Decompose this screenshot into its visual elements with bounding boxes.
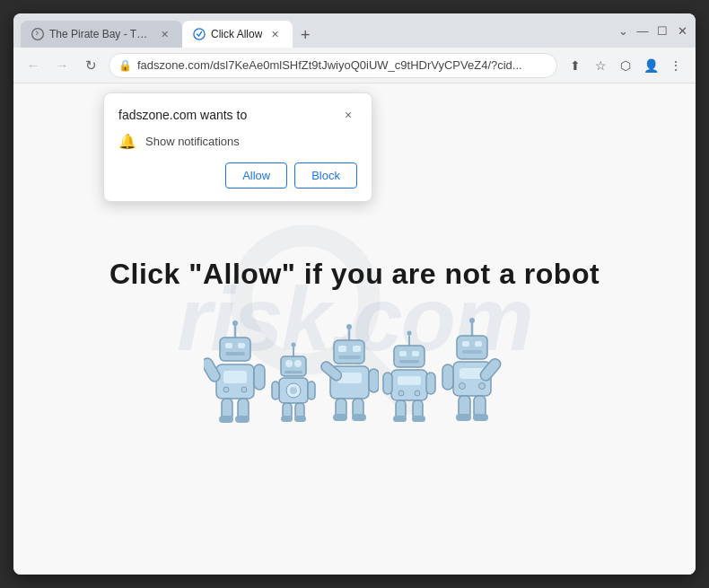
popup-header: fadszone.com wants to ×	[118, 106, 357, 124]
svg-point-72	[460, 383, 466, 390]
tabs-area: The Pirate Bay - The galaxy's mo... ✕ Cl…	[21, 13, 609, 48]
svg-point-12	[241, 387, 247, 392]
svg-rect-37	[338, 346, 346, 352]
address-bar: ← → ↻ 🔒 fadszone.com/dsl7KeAe0mlSHfZt9tJ…	[13, 48, 696, 83]
bell-icon: 🔔	[118, 133, 136, 150]
popup-close-button[interactable]: ×	[339, 106, 357, 124]
svg-rect-39	[338, 355, 361, 359]
svg-rect-53	[399, 360, 419, 364]
svg-rect-52	[412, 351, 419, 356]
svg-point-23	[294, 360, 302, 367]
svg-rect-50	[394, 346, 425, 367]
tab-close-piratebay[interactable]: ✕	[157, 27, 171, 41]
forward-button[interactable]: →	[51, 55, 73, 76]
permission-label: Show notifications	[145, 135, 240, 148]
svg-rect-74	[442, 364, 453, 390]
toolbar-icons: ⬆ ☆ ⬡ 👤 ⋮	[565, 55, 687, 76]
title-bar: The Pirate Bay - The galaxy's mo... ✕ Cl…	[13, 13, 696, 48]
refresh-button[interactable]: ↻	[80, 55, 101, 76]
svg-rect-33	[294, 416, 306, 422]
window-controls: ⌄ — ☐ ✕	[617, 24, 688, 37]
svg-rect-38	[353, 346, 361, 352]
page-main: Click "Allow" if you are not a robot	[109, 258, 600, 427]
tab-favicon-clickallow	[193, 28, 206, 40]
robot-3	[320, 324, 379, 427]
robot-1	[204, 320, 267, 427]
tab-title-clickallow: Click Allow	[211, 28, 262, 40]
maximize-button[interactable]: ☐	[656, 24, 669, 37]
svg-rect-36	[334, 340, 364, 364]
browser-window: The Pirate Bay - The galaxy's mo... ✕ Cl…	[13, 13, 696, 575]
svg-rect-14	[254, 364, 265, 390]
profile-icon[interactable]: 👤	[640, 55, 661, 76]
svg-rect-68	[475, 341, 482, 347]
svg-rect-7	[238, 343, 245, 348]
tab-favicon-piratebay	[31, 28, 44, 40]
svg-point-57	[415, 391, 420, 396]
robot-4	[382, 330, 436, 427]
share-icon[interactable]: ⬆	[565, 55, 586, 76]
svg-rect-10	[223, 371, 247, 383]
svg-rect-51	[399, 351, 407, 356]
svg-point-35	[346, 324, 352, 329]
lock-icon: 🔒	[118, 59, 132, 72]
popup-permission: 🔔 Show notifications	[118, 133, 357, 150]
svg-rect-8	[225, 352, 245, 355]
tab-close-clickallow[interactable]: ✕	[267, 27, 282, 41]
svg-rect-29	[308, 382, 315, 399]
svg-rect-69	[462, 350, 482, 354]
svg-rect-78	[456, 414, 471, 421]
menu-icon[interactable]: ⋮	[665, 55, 687, 76]
svg-point-27	[290, 387, 297, 394]
back-button[interactable]: ←	[22, 55, 44, 76]
svg-rect-63	[412, 416, 425, 422]
bookmark-icon[interactable]: ☆	[590, 55, 611, 76]
svg-point-73	[479, 383, 486, 390]
notification-popup: fadszone.com wants to × 🔔 Show notificat…	[103, 92, 372, 202]
url-bar[interactable]: 🔒 fadszone.com/dsl7KeAe0mlSHfZt9tJwiyoQ0…	[109, 53, 557, 78]
robot-2	[270, 342, 317, 427]
svg-rect-62	[393, 416, 407, 422]
chevron-down-icon[interactable]: ⌄	[617, 24, 629, 37]
svg-point-22	[285, 360, 293, 367]
robot-5	[440, 318, 504, 427]
svg-rect-24	[284, 371, 302, 373]
svg-point-4	[232, 320, 238, 326]
svg-rect-32	[281, 416, 293, 422]
popup-buttons: Allow Block	[118, 162, 357, 189]
popup-title: fadszone.com wants to	[118, 108, 247, 122]
svg-point-20	[292, 343, 296, 347]
svg-rect-28	[272, 382, 279, 399]
svg-rect-79	[473, 414, 488, 421]
svg-rect-46	[333, 414, 347, 421]
page-headline: Click "Allow" if you are not a robot	[109, 258, 600, 291]
svg-rect-55	[398, 376, 421, 385]
tab-piratebay[interactable]: The Pirate Bay - The galaxy's mo... ✕	[21, 21, 182, 48]
extension-icon[interactable]: ⬡	[615, 55, 636, 76]
svg-point-11	[223, 387, 229, 392]
svg-rect-47	[352, 414, 366, 421]
page-content: risk.com fadszone.com wants to × 🔔 Show …	[13, 83, 696, 575]
svg-point-65	[469, 318, 475, 323]
svg-rect-43	[369, 369, 379, 392]
new-tab-button[interactable]: +	[293, 22, 318, 48]
svg-point-49	[407, 331, 412, 336]
svg-point-56	[398, 391, 404, 396]
url-text: fadszone.com/dsl7KeAe0mlSHfZt9tJwiyoQ0iU…	[137, 58, 522, 72]
close-button[interactable]: ✕	[676, 24, 688, 37]
svg-rect-58	[383, 373, 392, 394]
svg-rect-67	[462, 341, 469, 347]
svg-rect-5	[220, 338, 250, 361]
svg-rect-17	[219, 416, 233, 423]
svg-rect-59	[426, 373, 435, 394]
robots-illustration	[204, 318, 504, 427]
tab-clickallow[interactable]: Click Allow ✕	[182, 21, 293, 48]
minimize-button[interactable]: —	[636, 24, 649, 37]
tab-title-piratebay: The Pirate Bay - The galaxy's mo...	[49, 28, 152, 40]
svg-point-0	[194, 29, 205, 39]
allow-button[interactable]: Allow	[225, 162, 287, 189]
svg-rect-66	[457, 336, 487, 359]
svg-rect-6	[225, 343, 232, 348]
block-button[interactable]: Block	[294, 162, 357, 189]
svg-rect-18	[235, 416, 249, 423]
